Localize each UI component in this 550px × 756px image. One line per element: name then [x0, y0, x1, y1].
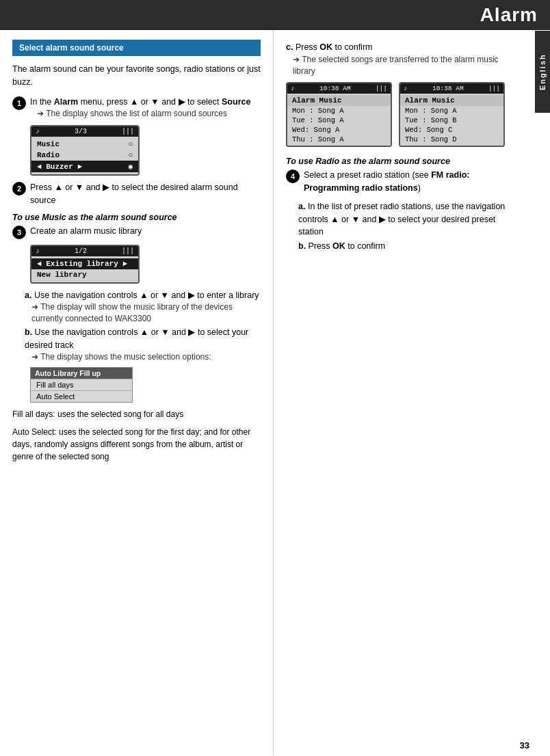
- italic-header-radio: To use Radio as the alarm sound source: [286, 157, 510, 166]
- device-display-after: ♪ 10:38 AM ||| Alarm Music Mon : Song A …: [399, 82, 505, 147]
- dev-before-title: Alarm Music: [287, 95, 391, 106]
- sub-step-c: c. Press OK to confirm The selected song…: [286, 41, 510, 77]
- intro-text: The alarm sound can be your favorite son…: [12, 63, 261, 89]
- right-column: c. Press OK to confirm The selected song…: [274, 30, 520, 755]
- sub-step-b: b. Use the navigation controls ▲ or ▼ an…: [25, 326, 261, 363]
- dev-before-icon: ♪: [291, 85, 295, 92]
- section-header: Select alarm sound source: [12, 40, 261, 56]
- device2-row-existing: ◄ Existing library ►: [31, 258, 138, 269]
- dev-before-time: 10:38 AM: [319, 85, 351, 92]
- device1-counter: 3/3: [75, 128, 87, 135]
- dev-after-title: Alarm Music: [400, 95, 503, 106]
- sub-b-arrow: The display shows the music selection op…: [31, 351, 261, 363]
- device1-signal-icon: |||: [122, 128, 134, 135]
- device2-icon-left: ♪: [36, 247, 40, 255]
- dev-before-row-mon: Mon : Song A: [287, 106, 391, 116]
- device-display-before: ♪ 10:38 AM ||| Alarm Music Mon : Song A …: [286, 82, 392, 147]
- page-number: 33: [520, 740, 529, 751]
- sub-c-arrow: The selected songs are transferred to th…: [293, 54, 510, 77]
- step-2-content: Press ▲ or ▼ and ▶ to select the desired…: [30, 181, 261, 207]
- device2-counter: 1/2: [75, 247, 87, 255]
- step-4-content: Select a preset radio station (see FM ra…: [304, 169, 510, 195]
- dev-after-signal: |||: [488, 85, 500, 92]
- title-text: Alarm: [480, 4, 538, 25]
- dev-after-row-mon: Mon : Song A: [400, 106, 503, 116]
- step-1-content: In the Alarm menu, press ▲ or ▼ and ▶ to…: [30, 96, 261, 120]
- dev-before-signal: |||: [376, 85, 387, 92]
- step-3-content: Create an alarm music library: [30, 225, 261, 238]
- dev-after-icon: ♪: [404, 85, 408, 92]
- sub-step-a: a. Use the navigation controls ▲ or ▼ an…: [25, 289, 261, 325]
- step-1-number: 1: [12, 96, 26, 110]
- device2-row-new: New library: [31, 269, 138, 280]
- device-pair: ♪ 10:38 AM ||| Alarm Music Mon : Song A …: [286, 82, 510, 147]
- dev-after-row-wed: Wed: Song C: [400, 125, 503, 135]
- device1-icon-left: ♪: [36, 128, 40, 135]
- option-box-header: Auto Library Fill up: [31, 368, 132, 379]
- step-1: 1 In the Alarm menu, press ▲ or ▼ and ▶ …: [12, 96, 261, 120]
- step-2-number: 2: [12, 182, 26, 195]
- sub-step-4a: a. In the list of preset radio stations,…: [298, 200, 510, 239]
- device1-row-radio: Radio ○: [31, 150, 138, 161]
- step-4-number: 4: [286, 170, 300, 183]
- main-content: Select alarm sound source The alarm soun…: [0, 30, 550, 755]
- sub-step-4b: b. Press OK to confirm: [298, 240, 510, 253]
- option-fill-all-days: Fill all days: [31, 379, 132, 390]
- step-4: 4 Select a preset radio station (see FM …: [286, 169, 510, 195]
- device2-signal-icon: |||: [122, 247, 134, 255]
- device-display-1: ♪ 3/3 ||| Music ○ Radio ○ ◄ Buzzer ► ◉: [30, 125, 140, 176]
- dev-after-row-tue: Tue : Song B: [400, 116, 503, 125]
- dev-before-row-wed: Wed: Song A: [287, 125, 391, 135]
- dev-before-row-thu: Thu : Song A: [287, 135, 391, 144]
- dev-after-time: 10:38 AM: [432, 85, 464, 92]
- auto-select-description: Auto Select: uses the selected song for …: [12, 426, 261, 463]
- italic-header-music: To use Music as the alarm sound source: [12, 213, 261, 222]
- dev-before-row-tue: Tue : Song A: [287, 116, 391, 125]
- option-box: Auto Library Fill up Fill all days Auto …: [30, 367, 133, 403]
- page-title: Alarm: [0, 0, 550, 30]
- step-1-arrow: The display shows the list of alarm soun…: [37, 108, 261, 120]
- left-column: Select alarm sound source The alarm soun…: [0, 30, 274, 755]
- device1-row-music: Music ○: [31, 139, 138, 150]
- dev-after-row-thu: Thu : Song D: [400, 135, 503, 144]
- step-3-number: 3: [12, 226, 26, 239]
- step-2: 2 Press ▲ or ▼ and ▶ to select the desir…: [12, 181, 261, 207]
- option-auto-select: Auto Select: [31, 390, 132, 402]
- step-3: 3 Create an alarm music library: [12, 225, 261, 239]
- fill-all-days-description: Fill all days: uses the selected song fo…: [12, 408, 261, 420]
- device-display-2: ♪ 1/2 ||| ◄ Existing library ► New libra…: [30, 245, 140, 284]
- sidebar-language-label: English: [535, 31, 550, 113]
- device1-row-buzzer: ◄ Buzzer ► ◉: [31, 161, 138, 172]
- sub-a-arrow: The display will show the music library …: [31, 301, 261, 325]
